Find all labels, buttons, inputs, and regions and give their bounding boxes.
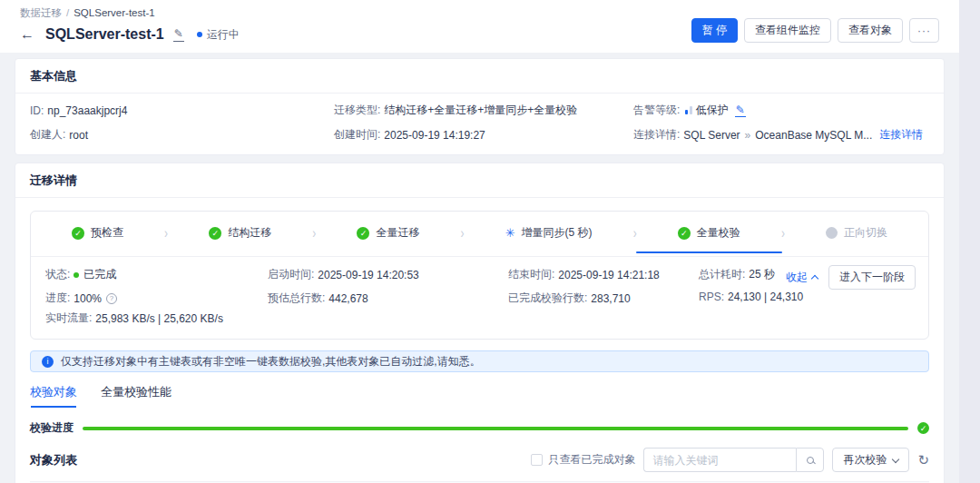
tab-verify-performance[interactable]: 全量校验性能 — [101, 384, 172, 408]
estimated-rows-label: 预估总行数: — [268, 291, 325, 306]
tab-verify-objects[interactable]: 校验对象 — [30, 384, 77, 408]
back-arrow-icon[interactable]: ← — [20, 27, 34, 42]
field-migration-type-label: 迁移类型: — [334, 103, 380, 118]
chevron-right-icon: › — [312, 224, 316, 241]
check-circle-icon: ✓ — [678, 227, 691, 240]
basic-info-card: 基本信息 ID: np_73aaakjpcrj4 迁移类型: 结构迁移+全量迁移… — [15, 58, 945, 155]
verified-rows-value: 283,710 — [591, 292, 630, 305]
field-connection-label: 连接详情: — [633, 127, 680, 143]
status-dot-icon — [197, 32, 202, 37]
pending-circle-icon — [826, 227, 838, 239]
field-stage-progress: 进度: 100% ? — [45, 291, 268, 306]
field-creator-value: root — [69, 129, 88, 142]
object-list-header: 对象列表 只查看已完成对象 再次校验 ↻ — [30, 448, 929, 472]
step-full-verification[interactable]: ✓ 全量校验 — [678, 225, 740, 241]
field-id-label: ID: — [30, 104, 44, 117]
search-group — [643, 448, 824, 472]
field-end-time: 结束时间: 2025-09-19 14:21:18 — [508, 267, 699, 282]
collapse-link[interactable]: 收起 — [786, 270, 818, 285]
migration-steps: ✓ 预检查 › ✓ 结构迁移 › ✓ 全量迁移 › ✳ 增量同步(5 秒) — [31, 212, 928, 256]
traffic-value: 25,983 KB/s | 25,620 KB/s — [95, 312, 223, 325]
only-completed-label: 只查看已完成对象 — [548, 452, 635, 468]
basic-info-title: 基本信息 — [15, 59, 944, 94]
field-creator: 创建人: root — [30, 127, 334, 143]
status-row-2: 进度: 100% ? 实时流量: 25,983 KB/s | 25,620 KB… — [45, 291, 914, 326]
field-creator-label: 创建人: — [30, 127, 65, 143]
migration-detail-card: 迁移详情 ✓ 预检查 › ✓ 结构迁移 › ✓ 全量迁移 › — [15, 163, 945, 483]
search-input[interactable] — [643, 448, 796, 472]
step-full-migration[interactable]: ✓ 全量迁移 — [357, 225, 419, 241]
notice-text: 仅支持迁移对象中有主键表或有非空唯一键表数据校验,其他表对象已自动过滤,请知悉。 — [61, 354, 481, 370]
refresh-icon[interactable]: ↻ — [917, 453, 929, 467]
pause-button[interactable]: 暂 停 — [691, 18, 738, 43]
reverify-label: 再次校验 — [843, 452, 887, 468]
rps-value: 24,130 | 24,310 — [728, 291, 803, 303]
notice-banner: i 仅支持迁移对象中有主键表或有非空唯一键表数据校验,其他表对象已自动过滤,请知… — [30, 350, 929, 372]
chevron-down-icon — [892, 455, 899, 462]
step-incremental-sync[interactable]: ✳ 增量同步(5 秒) — [505, 225, 593, 241]
next-stage-button[interactable]: 进入下一阶段 — [828, 265, 916, 290]
connection-detail-link[interactable]: 连接详情 — [879, 127, 923, 143]
component-monitor-button[interactable]: 查看组件监控 — [744, 18, 831, 43]
step-label: 全量校验 — [697, 225, 740, 241]
check-circle-icon: ✓ — [917, 422, 929, 434]
status-label: 运行中 — [207, 27, 240, 43]
start-time-value: 2025-09-19 14:20:53 — [318, 269, 418, 281]
step-label: 结构迁移 — [228, 225, 271, 241]
more-actions-button[interactable]: ··· — [909, 18, 939, 43]
field-estimated-rows: 预估总行数: 442,678 — [268, 291, 508, 306]
field-migration-type: 迁移类型: 结构迁移+全量迁移+增量同步+全量校验 — [334, 103, 633, 118]
step-forward-switch[interactable]: 正向切换 — [826, 225, 887, 241]
chevron-right-icon: › — [164, 224, 168, 241]
step-structure-migration[interactable]: ✓ 结构迁移 — [209, 225, 271, 241]
check-circle-icon: ✓ — [72, 227, 84, 240]
field-connection: 连接详情: SQL Server » OceanBase MySQL M... … — [633, 127, 929, 143]
object-list-toolbar: 只查看已完成对象 再次校验 ↻ — [531, 448, 929, 472]
step-label: 预检查 — [91, 225, 123, 241]
search-button[interactable] — [796, 448, 824, 472]
question-circle-icon[interactable]: ? — [106, 293, 117, 304]
stage-progress-label: 进度: — [45, 291, 70, 306]
collapse-label: 收起 — [786, 270, 808, 285]
chevron-right-icon: › — [461, 224, 465, 241]
alert-level-icon — [685, 106, 692, 114]
edit-title-icon[interactable]: ✎ — [173, 27, 184, 41]
start-time-label: 启动时间: — [268, 267, 314, 282]
step-label: 全量迁移 — [376, 225, 419, 241]
breadcrumb-root[interactable]: 数据迁移 — [20, 7, 62, 18]
page-title: SQLServer-test-1 — [45, 26, 164, 43]
connection-arrow-icon: » — [745, 129, 751, 142]
verify-progress-bar — [83, 427, 908, 430]
edit-alert-level-icon[interactable]: ✎ — [735, 104, 746, 117]
field-create-time: 创建时间: 2025-09-19 14:19:27 — [334, 127, 633, 143]
end-time-label: 结束时间: — [508, 267, 554, 282]
chevron-right-icon: › — [781, 224, 785, 241]
field-migration-type-value: 结构迁移+全量迁移+增量同步+全量校验 — [384, 103, 577, 118]
connection-source: SQL Server — [683, 129, 740, 142]
panel-actions: 收起 进入下一阶段 — [786, 265, 916, 290]
verify-progress-label: 校验进度 — [30, 420, 74, 436]
elapsed-value: 25 秒 — [749, 267, 775, 282]
field-alert-level: 告警等级: 低保护 ✎ — [633, 103, 929, 118]
stage-progress-value: 100% — [74, 292, 102, 305]
field-traffic: 实时流量: 25,983 KB/s | 25,620 KB/s — [45, 310, 268, 326]
page-right-gutter — [959, 0, 980, 483]
field-id: ID: np_73aaakjpcrj4 — [30, 103, 334, 118]
breadcrumb-separator: / — [66, 7, 69, 18]
estimated-rows-value: 442,678 — [328, 292, 368, 305]
checkbox-icon[interactable] — [531, 454, 543, 466]
search-icon — [807, 457, 814, 464]
page-header: 数据迁移/SQLServer-test-1 ← SQLServer-test-1… — [0, 0, 959, 53]
view-objects-button[interactable]: 查看对象 — [838, 18, 903, 43]
check-circle-icon: ✓ — [209, 227, 221, 240]
verified-rows-label: 已完成校验行数: — [508, 291, 587, 306]
field-alert-level-label: 告警等级: — [633, 103, 680, 118]
connection-target: OceanBase MySQL M... — [755, 129, 872, 142]
end-time-value: 2025-09-19 14:21:18 — [558, 269, 659, 281]
step-label: 正向切换 — [844, 225, 887, 241]
field-rps: RPS: 24,130 | 24,310 — [699, 291, 914, 303]
step-precheck[interactable]: ✓ 预检查 — [72, 225, 123, 241]
chevron-right-icon: › — [633, 224, 637, 241]
only-completed-checkbox-row[interactable]: 只查看已完成对象 — [531, 452, 635, 468]
reverify-button[interactable]: 再次校验 — [832, 448, 909, 472]
